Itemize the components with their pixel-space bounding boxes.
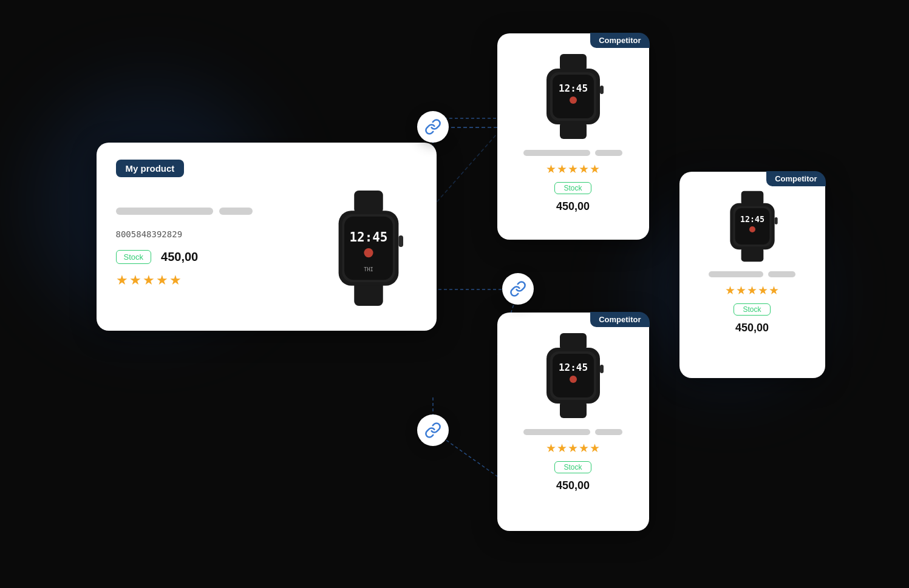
svg-rect-16 [398, 235, 403, 247]
comp-stock-badge-1: Stock [554, 182, 591, 194]
svg-rect-32 [600, 365, 604, 373]
link-icon-3[interactable] [417, 414, 449, 446]
competitor-badge-2: Competitor [590, 312, 649, 327]
svg-line-2 [433, 133, 497, 206]
comp-stock-row-3: Stock [692, 303, 813, 316]
comp-stock-row-1: Stock [509, 182, 637, 194]
my-product-card: My product 8005848392829 Stock 450,00 ★★… [97, 143, 437, 331]
stock-badge: Stock [116, 250, 152, 264]
comp-price-2: 450,00 [509, 479, 637, 492]
my-product-badge: My product [116, 160, 185, 177]
svg-point-39 [749, 226, 755, 232]
barcode: 8005848392829 [116, 229, 308, 239]
competitor-card-1: Competitor 12:45 ★★★★★ Stock 450,00 [497, 33, 649, 240]
competitor-card-3: Competitor 12:45 ★★★★★ Stock 450,00 [679, 172, 825, 378]
competitor-card-2: Competitor 12:45 ★★★★★ Stock 450,00 [497, 313, 649, 531]
competitor-badge-3: Competitor [766, 171, 825, 186]
svg-rect-18 [560, 122, 587, 139]
svg-text:12:45: 12:45 [558, 83, 587, 94]
comp-stock-badge-3: Stock [734, 303, 770, 316]
watch-svg: 12:45 THI [320, 191, 417, 306]
card-info: 8005848392829 Stock 450,00 ★★★★★ [116, 208, 308, 288]
svg-point-31 [570, 376, 577, 383]
comp-placeholder-bar-long-2 [523, 429, 590, 435]
comp-placeholder-row-3 [692, 271, 813, 277]
svg-text:12:45: 12:45 [740, 215, 764, 224]
comp-watch-3: 12:45 [722, 190, 783, 263]
placeholder-row-1 [116, 208, 308, 220]
link-icon-1[interactable] [417, 111, 449, 143]
svg-rect-33 [741, 191, 763, 204]
comp-placeholder-bar-med-3 [709, 271, 763, 277]
competitor-badge-1: Competitor [590, 33, 649, 48]
svg-rect-17 [560, 54, 587, 71]
comp-price-3: 450,00 [692, 322, 813, 334]
card-content: 8005848392829 Stock 450,00 ★★★★★ [116, 191, 417, 306]
price: 450,00 [161, 250, 198, 264]
link-icon-2[interactable] [502, 273, 534, 305]
comp-stock-badge-2: Stock [554, 461, 591, 473]
svg-text:12:45: 12:45 [349, 229, 387, 244]
comp-watch-1: 12:45 [537, 54, 610, 139]
svg-text:THI: THI [364, 266, 373, 272]
svg-rect-24 [600, 86, 604, 94]
placeholder-bar-short [219, 208, 253, 215]
comp-stars-2: ★★★★★ [509, 441, 637, 455]
svg-point-23 [570, 96, 577, 104]
comp-price-1: 450,00 [509, 200, 637, 213]
comp-placeholder-bar-short-3 [768, 271, 795, 277]
svg-rect-25 [560, 333, 587, 350]
comp-stars-1: ★★★★★ [509, 162, 637, 176]
svg-rect-40 [774, 217, 777, 225]
comp-placeholder-bar-short-1 [595, 150, 622, 156]
comp-stars-3: ★★★★★ [692, 283, 813, 297]
comp-placeholder-row-2 [509, 429, 637, 435]
comp-placeholder-bar-long-1 [523, 150, 590, 156]
comp-stock-row-2: Stock [509, 461, 637, 473]
svg-rect-8 [354, 191, 383, 214]
comp-placeholder-row-1 [509, 150, 637, 156]
svg-rect-34 [741, 248, 763, 262]
comp-placeholder-bar-short-2 [595, 429, 622, 435]
stars: ★★★★★ [116, 272, 308, 288]
placeholder-bar-long [116, 208, 213, 215]
watch-image: 12:45 THI [320, 191, 417, 306]
price-row: Stock 450,00 [116, 250, 308, 264]
comp-watch-2: 12:45 [537, 333, 610, 418]
svg-rect-26 [560, 401, 587, 418]
svg-point-14 [364, 248, 373, 257]
svg-text:12:45: 12:45 [558, 362, 587, 373]
